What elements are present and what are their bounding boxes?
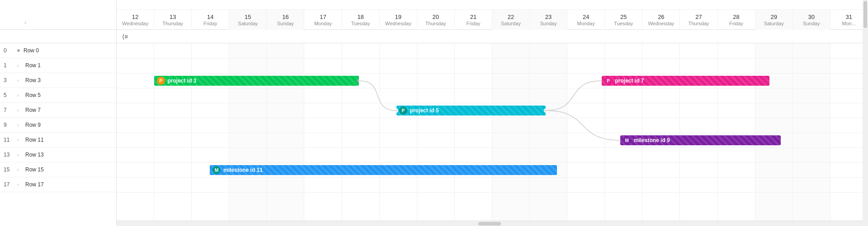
day-name: Friday	[467, 21, 481, 26]
bar-badge: M	[212, 166, 221, 174]
day-num: 31	[846, 14, 852, 21]
day-name: Saturday	[764, 21, 784, 26]
left-header: ›	[0, 0, 116, 30]
grid-col-12	[117, 43, 154, 221]
row-line	[117, 148, 868, 148]
bar-project-id-3[interactable]: Pproject id 3	[154, 76, 359, 86]
scrollbar-thumb[interactable]	[478, 222, 501, 226]
left-row: 7 › Row 7	[0, 103, 116, 118]
row-line	[117, 58, 868, 59]
day-name: Wednesday	[385, 21, 411, 26]
bar-project-id-7[interactable]: Pproject id 7	[602, 76, 769, 86]
day-col-20: 20 Thursday	[417, 10, 455, 30]
left-row: 17 › Row 17	[0, 177, 116, 192]
horizontal-scrollbar[interactable]	[117, 221, 868, 226]
row-expand-icon[interactable]: ›	[17, 152, 24, 157]
day-num: 12	[132, 14, 138, 21]
bar-text: project id 3	[168, 78, 197, 84]
bar-label-wrapper: Mmilestone id 11	[212, 166, 263, 174]
grid-col-20	[417, 43, 455, 221]
day-col-28: 28 Friday	[718, 10, 755, 30]
day-name: Thursday	[425, 21, 446, 26]
row-line	[117, 192, 868, 193]
day-col-14: 14 Friday	[192, 10, 229, 30]
vertical-scrollbar[interactable]	[863, 0, 868, 226]
row-expand-icon[interactable]: ›	[17, 182, 24, 187]
row-dot	[17, 49, 20, 52]
day-col-27: 27 Thursday	[680, 10, 717, 30]
right-panel: 12 Wednesday 13 Thursday 14 Friday 15 Sa…	[117, 0, 868, 226]
bar-milestone-id-11[interactable]: Mmilestone id 11	[210, 165, 557, 175]
day-name: Mon...	[842, 21, 856, 26]
left-panel: › 0 Row 0 1 › Row 1 3 › Row 3 5 › Row 5 …	[0, 0, 117, 226]
day-name: Sunday	[803, 21, 820, 26]
day-num: 28	[733, 14, 739, 21]
bar-badge: M	[623, 136, 631, 144]
month-row	[117, 0, 868, 10]
row-label: Row 15	[25, 166, 44, 173]
bar-milestone-id-9[interactable]: Mmilestone id 9	[620, 135, 781, 145]
connection-5-to-7	[546, 81, 602, 111]
bar-project-id-5[interactable]: Pproject id 5	[396, 106, 546, 115]
day-col-24: 24 Monday	[567, 10, 605, 30]
row-id: 17	[4, 181, 17, 188]
bar-end-diamond	[357, 78, 359, 84]
day-num: 17	[320, 14, 326, 21]
bar-end-circle	[544, 108, 546, 113]
bar-badge: P	[604, 77, 613, 85]
row-expand-icon[interactable]: ›	[17, 108, 24, 113]
day-name: Tuesday	[614, 21, 633, 26]
day-num: 21	[470, 14, 476, 21]
left-toolbar	[0, 30, 116, 43]
bar-text: milestone id 9	[634, 137, 670, 143]
bar-text: project id 7	[615, 78, 644, 84]
expand-all-icon[interactable]: ›	[24, 19, 26, 26]
grid-col-13	[154, 43, 192, 221]
day-name: Friday	[729, 21, 743, 26]
v-scrollbar-thumb[interactable]	[863, 1, 867, 28]
row-id: 13	[4, 152, 17, 158]
row-label: Row 11	[25, 137, 44, 143]
row-lines	[117, 43, 868, 221]
row-expand-icon[interactable]: ›	[17, 63, 24, 68]
day-num: 27	[695, 14, 702, 21]
day-name: Friday	[203, 21, 217, 26]
day-num: 22	[508, 14, 514, 21]
day-num: 16	[282, 14, 288, 21]
collapse-icon[interactable]: ⟨≡	[120, 32, 130, 41]
left-rows: 0 Row 0 1 › Row 1 3 › Row 3 5 › Row 5 7 …	[0, 43, 116, 226]
grid-col-17	[304, 43, 342, 221]
grid-col-30	[793, 43, 830, 221]
grid-col-28	[718, 43, 755, 221]
connection-3-to-5	[359, 81, 396, 111]
left-row: 13 › Row 13	[0, 148, 116, 162]
row-expand-icon[interactable]: ›	[17, 138, 24, 143]
day-col-23: 23 Sunday	[530, 10, 567, 30]
bar-start-circle	[396, 108, 398, 113]
row-id: 5	[4, 92, 17, 98]
day-name: Sunday	[540, 21, 557, 26]
grid-col-21	[455, 43, 492, 221]
day-num: 30	[808, 14, 815, 21]
row-id: 0	[4, 47, 17, 54]
day-col-22: 22 Saturday	[492, 10, 530, 30]
row-label: Row 0	[24, 47, 39, 54]
row-expand-icon[interactable]: ›	[17, 78, 24, 83]
row-expand-icon[interactable]: ›	[17, 93, 24, 98]
row-line	[117, 133, 868, 133]
grid-col-14	[192, 43, 229, 221]
row-expand-icon[interactable]: ›	[17, 123, 24, 128]
grid-col-26	[642, 43, 680, 221]
row-expand-icon[interactable]: ›	[17, 167, 24, 172]
day-name: Saturday	[501, 21, 521, 26]
days-row: 12 Wednesday 13 Thursday 14 Friday 15 Sa…	[117, 10, 868, 30]
bar-badge: P	[399, 106, 407, 115]
row-label: Row 1	[25, 62, 41, 69]
day-col-13: 13 Thursday	[154, 10, 192, 30]
day-num: 13	[170, 14, 176, 21]
row-line	[117, 103, 868, 103]
day-num: 25	[620, 14, 627, 21]
day-name: Tuesday	[351, 21, 370, 26]
row-label: Row 17	[25, 181, 44, 188]
day-name: Monday	[577, 21, 595, 26]
